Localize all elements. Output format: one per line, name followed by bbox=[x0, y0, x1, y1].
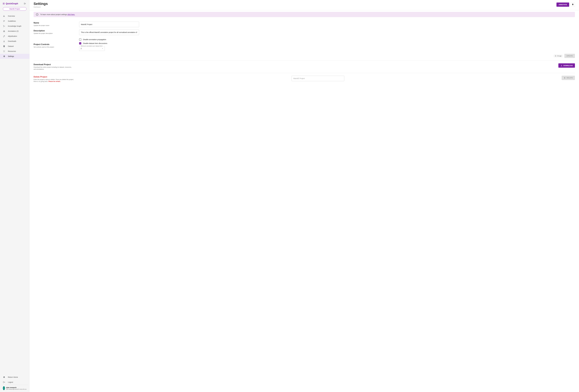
sidebar-item-adjudication[interactable]: Adjudication bbox=[0, 34, 29, 39]
svg-point-12 bbox=[3, 31, 4, 31]
svg-point-9 bbox=[3, 25, 4, 26]
delete-confirm-input[interactable] bbox=[291, 76, 344, 81]
select-value: 2 bbox=[81, 48, 82, 50]
sidebar-item-label: Adjudication bbox=[8, 35, 17, 37]
sidebar-nav: Overview Guidelines Knowledge Graph Anno… bbox=[0, 13, 29, 374]
topbar: Settings Dashboard ANNOTATE bbox=[29, 0, 579, 10]
checkbox-checked-icon bbox=[79, 42, 81, 45]
page-title: Settings bbox=[34, 2, 48, 6]
section-delete-subtitle: Enter the projects name to delete. Once … bbox=[34, 79, 74, 83]
collapse-sidebar-button[interactable] bbox=[23, 2, 26, 5]
hub-icon bbox=[3, 50, 5, 53]
apps-icon bbox=[3, 3, 4, 4]
bar-chart-icon bbox=[3, 15, 5, 17]
checkbox-disable-discussions[interactable]: Disable dataset item discussions bbox=[79, 42, 575, 45]
download-icon bbox=[3, 40, 5, 42]
user-name: tyler-research bbox=[6, 387, 26, 389]
sidebar: QuickGraph MaintIE Project Overview Guid… bbox=[0, 0, 29, 392]
logout-icon bbox=[3, 381, 5, 383]
section-description-subtitle: Update the project description bbox=[34, 32, 74, 35]
user-profile[interactable]: t tyler-research tyler.bikaun@research.u… bbox=[1, 385, 28, 390]
project-description-input[interactable] bbox=[79, 30, 139, 35]
sidebar-item-label: Logout bbox=[8, 381, 13, 383]
section-download-title: Download Project bbox=[34, 63, 74, 66]
delete-button[interactable]: DELETE bbox=[562, 76, 575, 80]
project-chip[interactable]: MaintIE Project bbox=[3, 7, 26, 11]
home-icon bbox=[3, 376, 5, 378]
select-label: Minimum annotators per dataset item bbox=[80, 45, 103, 47]
checkbox-label: Disable dataset item discussions bbox=[83, 42, 107, 44]
svg-rect-3 bbox=[3, 16, 3, 17]
sidebar-item-label: Guidelines bbox=[8, 20, 16, 22]
min-annotators-select[interactable]: Minimum annotators per dataset item 2 bbox=[79, 46, 105, 51]
divider bbox=[34, 60, 575, 61]
project-name-input[interactable] bbox=[79, 22, 139, 27]
section-delete-title: Delete Project bbox=[34, 76, 74, 78]
annotate-button[interactable]: ANNOTATE bbox=[557, 2, 569, 7]
section-controls-title: Project Controls bbox=[34, 43, 74, 46]
banner-link[interactable]: click here. bbox=[67, 13, 75, 15]
section-name-subtitle: Update the project name bbox=[34, 25, 74, 27]
checkbox-unchecked-icon bbox=[79, 38, 81, 41]
svg-point-13 bbox=[4, 31, 5, 31]
sidebar-item-guidelines[interactable]: Guidelines bbox=[0, 19, 29, 24]
sidebar-item-label: Return Home bbox=[8, 376, 18, 378]
svg-rect-19 bbox=[4, 47, 4, 47]
svg-rect-4 bbox=[4, 15, 4, 17]
svg-rect-5 bbox=[4, 16, 5, 17]
clock-icon bbox=[555, 55, 557, 57]
graph-icon bbox=[3, 25, 5, 27]
document-icon bbox=[3, 45, 5, 48]
info-banner: i To learn more about project settings c… bbox=[34, 12, 575, 17]
trash-icon bbox=[564, 77, 566, 79]
sidebar-item-label: Downloads bbox=[8, 40, 16, 42]
menu-collapse-icon bbox=[24, 2, 26, 5]
avatar: t bbox=[3, 386, 5, 390]
download-button[interactable]: DOWNLOAD bbox=[558, 63, 575, 68]
checkbox-label: Disable annotation propagation bbox=[83, 39, 106, 41]
sidebar-item-label: Annotators (2) bbox=[8, 30, 19, 32]
chevron-down-icon bbox=[102, 48, 103, 49]
sidebar-item-label: Resources bbox=[8, 50, 16, 52]
people-icon bbox=[3, 30, 5, 32]
sidebar-item-resources[interactable]: Resources bbox=[0, 49, 29, 54]
list-icon bbox=[3, 20, 5, 22]
sidebar-item-knowledge-graph[interactable]: Knowledge Graph bbox=[0, 24, 29, 29]
svg-line-28 bbox=[4, 51, 5, 52]
svg-point-11 bbox=[3, 26, 4, 27]
svg-line-27 bbox=[3, 51, 4, 52]
svg-point-10 bbox=[4, 26, 5, 26]
sidebar-item-overview[interactable]: Overview bbox=[0, 13, 29, 19]
sidebar-item-label: Settings bbox=[8, 55, 14, 57]
breadcrumb[interactable]: Dashboard bbox=[34, 6, 48, 8]
sidebar-item-return-home[interactable]: Return Home bbox=[0, 375, 29, 380]
sidebar-item-logout[interactable]: Logout bbox=[0, 380, 29, 385]
sidebar-item-dataset[interactable]: Dataset bbox=[0, 44, 29, 49]
sidebar-item-settings[interactable]: Settings bbox=[0, 54, 29, 59]
bell-icon bbox=[572, 3, 574, 6]
section-name-title: Name bbox=[34, 22, 74, 24]
divider bbox=[34, 73, 575, 73]
user-email: tyler.bikaun@research.uwa.edu.au bbox=[6, 389, 26, 390]
download-icon bbox=[561, 64, 563, 66]
app-name: QuickGraph bbox=[6, 2, 18, 5]
sidebar-item-annotators[interactable]: Annotators (2) bbox=[0, 29, 29, 34]
sidebar-item-label: Dataset bbox=[8, 45, 14, 47]
sidebar-item-label: Knowledge Graph bbox=[8, 25, 21, 27]
sidebar-item-downloads[interactable]: Downloads bbox=[0, 39, 29, 44]
info-icon: i bbox=[36, 13, 38, 16]
gavel-icon bbox=[3, 35, 5, 37]
checkbox-disable-propagation[interactable]: Disable annotation propagation bbox=[79, 38, 575, 41]
banner-text: To learn more about project settings bbox=[40, 13, 67, 15]
update-button[interactable]: UPDATE bbox=[564, 54, 575, 58]
section-download-subtitle: Download the entire project including it… bbox=[34, 66, 74, 70]
app-logo[interactable]: QuickGraph bbox=[3, 2, 18, 5]
main-content: Settings Dashboard ANNOTATE i To learn m… bbox=[29, 0, 579, 392]
notifications-button[interactable] bbox=[571, 2, 575, 7]
section-description-title: Description bbox=[34, 30, 74, 32]
gear-icon bbox=[3, 55, 5, 57]
svg-rect-18 bbox=[4, 46, 4, 46]
svg-line-26 bbox=[4, 51, 5, 51]
svg-rect-17 bbox=[4, 46, 4, 46]
sidebar-item-label: Overview bbox=[8, 15, 15, 17]
